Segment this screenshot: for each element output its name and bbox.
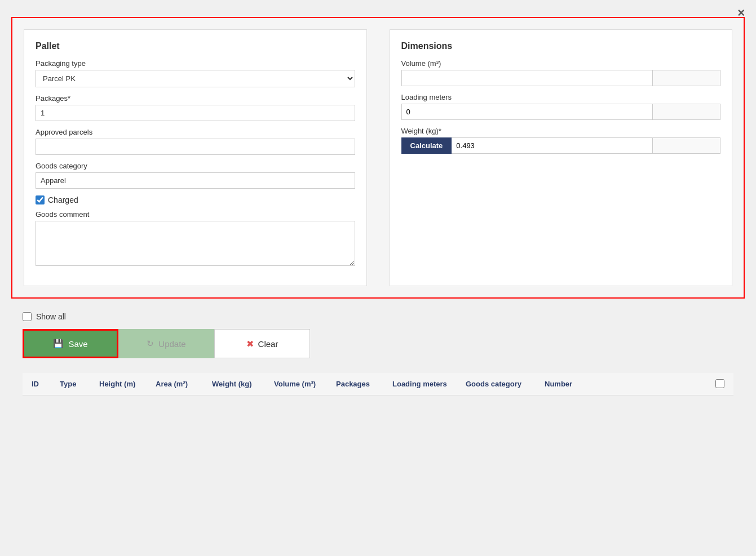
weight-label: Weight (kg)* (401, 127, 721, 135)
col-weight: Weight (kg) (212, 380, 263, 388)
form-container: Pallet Packaging type Parcel PK Pallet P… (11, 17, 745, 299)
update-label: Update (158, 339, 185, 349)
loading-meters-group: Loading meters (401, 93, 721, 120)
loading-side-input[interactable] (653, 104, 720, 120)
packages-input[interactable] (36, 105, 355, 121)
goods-comment-group: Goods comment (36, 210, 355, 268)
goods-comment-textarea[interactable] (36, 221, 355, 266)
show-all-row: Show all (23, 312, 733, 321)
packages-group: Packages* (36, 94, 355, 121)
charged-label: Charged (48, 195, 78, 204)
right-panel-title: Dimensions (401, 41, 721, 51)
charged-checkbox[interactable] (36, 195, 45, 204)
packaging-type-label: Packaging type (36, 59, 355, 68)
save-label: Save (68, 339, 87, 349)
loading-meters-label: Loading meters (401, 93, 721, 101)
col-type: Type (60, 380, 88, 388)
clear-label: Clear (258, 339, 278, 349)
approved-parcels-group: Approved parcels (36, 128, 355, 155)
main-container: Pallet Packaging type Parcel PK Pallet P… (0, 0, 756, 407)
volume-group: Volume (m³) (401, 59, 721, 86)
goods-category-label: Goods category (36, 162, 355, 170)
table-select-all-checkbox[interactable] (715, 379, 724, 388)
weight-value-input[interactable] (452, 137, 653, 154)
packaging-type-select[interactable]: Parcel PK Pallet PA Box BX (36, 70, 355, 87)
table-header: ID Type Height (m) Area (m²) Weight (kg)… (23, 372, 733, 395)
goods-category-input[interactable] (36, 172, 355, 189)
bottom-section: Show all 💾 Save ↻ Update ✖ Clear ID Type… (11, 312, 745, 395)
clear-icon: ✖ (246, 339, 254, 349)
save-button[interactable]: 💾 Save (23, 329, 118, 358)
left-panel-title: Pallet (36, 41, 355, 51)
col-number: Number (545, 380, 704, 388)
col-goods: Goods category (466, 380, 533, 388)
update-icon: ↻ (147, 339, 154, 349)
action-buttons: 💾 Save ↻ Update ✖ Clear (23, 329, 733, 358)
volume-input[interactable] (401, 70, 653, 86)
weight-row: Calculate (401, 137, 721, 154)
col-area: Area (m²) (156, 380, 201, 388)
col-volume: Volume (m³) (274, 380, 325, 388)
goods-comment-label: Goods comment (36, 210, 355, 219)
save-icon: 💾 (53, 339, 64, 349)
col-packages: Packages (336, 380, 381, 388)
right-panel: Dimensions Volume (m³) Loading meters We… (390, 29, 733, 286)
clear-button[interactable]: ✖ Clear (214, 329, 310, 358)
col-height: Height (m) (99, 380, 144, 388)
left-panel: Pallet Packaging type Parcel PK Pallet P… (24, 29, 367, 286)
weight-side-input[interactable] (653, 137, 720, 154)
packages-label: Packages* (36, 94, 355, 103)
calculate-button[interactable]: Calculate (401, 137, 452, 154)
volume-side-input[interactable] (653, 70, 720, 86)
volume-label: Volume (m³) (401, 59, 721, 68)
approved-parcels-input[interactable] (36, 139, 355, 155)
weight-group: Weight (kg)* Calculate (401, 127, 721, 154)
loading-row (401, 104, 721, 120)
packaging-type-group: Packaging type Parcel PK Pallet PA Box B… (36, 59, 355, 87)
loading-meters-input[interactable] (401, 104, 653, 120)
show-all-checkbox[interactable] (23, 312, 32, 321)
close-button[interactable]: × (737, 6, 745, 20)
volume-row (401, 70, 721, 86)
approved-parcels-label: Approved parcels (36, 128, 355, 136)
update-button[interactable]: ↻ Update (118, 329, 214, 358)
col-loading: Loading meters (392, 380, 454, 388)
goods-category-group: Goods category (36, 162, 355, 189)
charged-row: Charged (36, 195, 355, 204)
col-id: ID (32, 380, 48, 388)
show-all-label: Show all (36, 312, 66, 321)
